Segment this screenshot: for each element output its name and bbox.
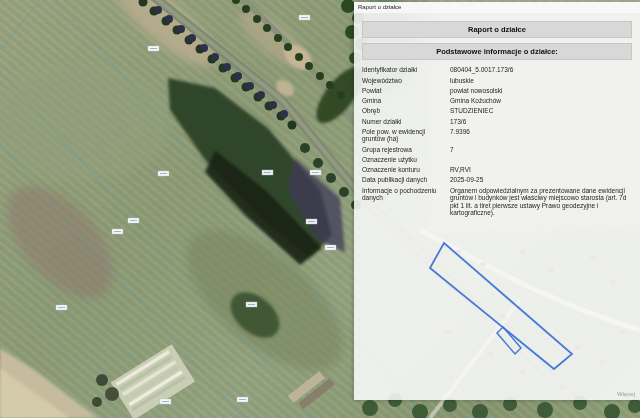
table-row: Data publikacji danych 2025-09-25	[362, 175, 632, 185]
row-label: Oznaczenie konturu	[362, 166, 450, 173]
row-label: Data publikacji danych	[362, 176, 450, 183]
row-label: Obręb	[362, 107, 450, 114]
row-value: RV,RVI	[450, 166, 632, 173]
table-row: Oznaczenie użytku	[362, 154, 632, 164]
panel-title[interactable]: Raport o działce	[354, 2, 640, 13]
panel-footer-link[interactable]: Więcej	[617, 391, 635, 397]
table-row: Powiat powiat nowosolski	[362, 86, 632, 96]
report-subheader: Podstawowe informacje o działce:	[362, 43, 632, 60]
table-row: Grupa rejestrowa 7	[362, 144, 632, 154]
table-row: Województwo lubuskie	[362, 75, 632, 85]
table-row: Numer działki 173/6	[362, 116, 632, 126]
row-label: Informacje o pochodzeniu danych	[362, 187, 450, 202]
row-label: Powiat	[362, 87, 450, 94]
table-row: Informacje o pochodzeniu danych Organem …	[362, 185, 632, 218]
table-row: Identyfikator działki 080404_5.0017.173/…	[362, 65, 632, 75]
row-value: STUDZIENIEC	[450, 107, 632, 114]
row-label: Pole pow. w ewidencji gruntów (ha)	[362, 128, 450, 143]
table-row: Obręb STUDZIENIEC	[362, 106, 632, 116]
row-value: 173/6	[450, 118, 632, 125]
row-label: Oznaczenie użytku	[362, 156, 450, 163]
row-label: Numer działki	[362, 118, 450, 125]
table-row: Oznaczenie konturu RV,RVI	[362, 165, 632, 175]
allotment-gardens	[111, 344, 195, 418]
row-label: Grupa rejestrowa	[362, 146, 450, 153]
row-value: powiat nowosolski	[450, 87, 632, 94]
row-value: 2025-09-25	[450, 176, 632, 183]
row-label: Województwo	[362, 77, 450, 84]
report-header: Raport o działce	[362, 21, 632, 38]
row-value: Organem odpowiedzialnym za prezentowane …	[450, 187, 632, 217]
row-value: 7	[450, 146, 632, 153]
parcel-info-table: Identyfikator działki 080404_5.0017.173/…	[362, 65, 632, 218]
table-row: Pole pow. w ewidencji gruntów (ha) 7.939…	[362, 127, 632, 145]
row-value: 080404_5.0017.173/6	[450, 66, 632, 73]
row-label: Gmina	[362, 97, 450, 104]
table-row: Gmina Gmina Kożuchów	[362, 96, 632, 106]
row-value: 7.9396	[450, 128, 632, 135]
row-value: Gmina Kożuchów	[450, 97, 632, 104]
app-window: Raport o działce Raport o działce Podsta…	[0, 0, 640, 418]
row-label: Identyfikator działki	[362, 66, 450, 73]
parcel-report-panel: Raport o działce Raport o działce Podsta…	[354, 2, 640, 400]
row-value: lubuskie	[450, 77, 632, 84]
